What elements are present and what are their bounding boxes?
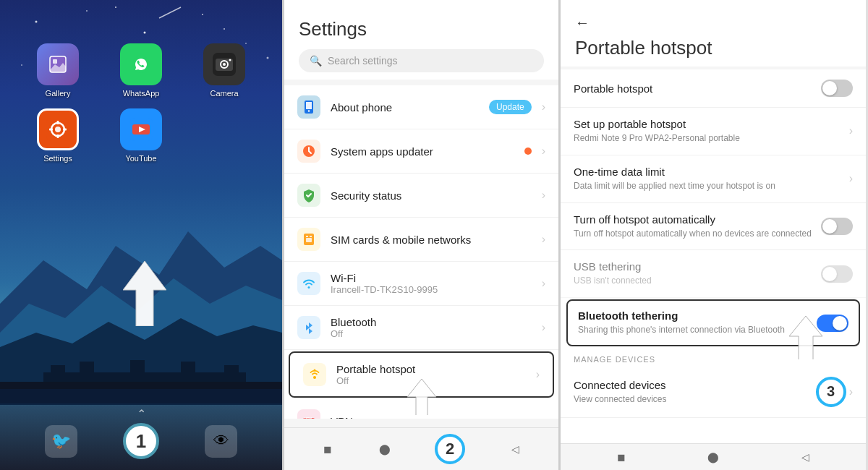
sim-cards-item[interactable]: SIM cards & mobile networks › <box>284 218 558 262</box>
nav-back-btn[interactable]: ◼ <box>320 442 335 456</box>
hotspot-toggle-item[interactable]: Portable hotspot <box>561 69 866 108</box>
search-bar[interactable]: 🔍 Search settings <box>299 49 544 72</box>
dock-icon-2[interactable]: 👁 <box>205 425 237 458</box>
hotspot-screen: ← Portable hotspot Portable hotspot Set … <box>561 0 866 470</box>
data-limit-chevron: › <box>849 172 853 185</box>
usb-tethering-item[interactable]: USB tethering USB isn't connected <box>561 250 866 298</box>
setup-hotspot-chevron: › <box>849 124 853 137</box>
svg-point-6 <box>115 7 116 8</box>
step2-badge: 2 <box>435 434 465 464</box>
svg-rect-37 <box>49 129 53 131</box>
nav-home-btn[interactable]: ⬤ <box>378 442 392 456</box>
search-icon: 🔍 <box>310 55 322 67</box>
svg-point-30 <box>223 63 226 66</box>
search-placeholder-text: Search settings <box>328 55 398 67</box>
settings-header: Settings 🔍 Search settings <box>284 0 558 80</box>
settings-list: About phone Update › System apps updater… <box>284 85 558 419</box>
bluetooth-content: Bluetooth Off <box>331 316 532 339</box>
svg-point-31 <box>229 59 231 61</box>
about-phone-item[interactable]: About phone Update › <box>284 85 558 129</box>
svg-point-7 <box>224 28 225 30</box>
bluetooth-tethering-subtitle: Sharing this phone's internet connection… <box>578 324 809 336</box>
auto-turnoff-item[interactable]: Turn off hotspot automatically Turn off … <box>561 203 866 251</box>
update-badge: Update <box>489 100 532 114</box>
bluetooth-tethering-label: Bluetooth tethering <box>578 309 809 322</box>
about-phone-content: About phone <box>331 101 479 114</box>
step3-badge: 3 <box>816 377 846 407</box>
settings-bottom-nav: ◼ ⬤ 2 ◁ <box>284 427 558 470</box>
auto-turnoff-knob <box>822 219 837 234</box>
setup-hotspot-item[interactable]: Set up portable hotspot Redmi Note 9 Pro… <box>561 108 866 155</box>
camera-app-icon[interactable]: Camera <box>188 43 260 98</box>
auto-turnoff-toggle[interactable] <box>821 218 853 235</box>
back-arrow-btn[interactable]: ← <box>575 14 851 31</box>
system-apps-chevron: › <box>542 145 545 158</box>
nav-recent-btn[interactable]: ◁ <box>508 442 522 456</box>
usb-tethering-subtitle: USB isn't connected <box>574 275 814 287</box>
svg-point-3 <box>202 14 203 15</box>
youtube-app-label: YouTube <box>125 154 156 163</box>
hotspot-settings-icon <box>303 363 326 386</box>
system-apps-icon <box>297 140 320 163</box>
gallery-app-icon[interactable]: Gallery <box>22 43 94 98</box>
orange-notification-dot <box>524 148 532 155</box>
system-apps-item[interactable]: System apps updater › <box>284 129 558 174</box>
wifi-icon <box>297 272 320 295</box>
data-limit-item[interactable]: One-time data limit Data limit will be a… <box>561 155 866 203</box>
svg-line-10 <box>159 7 181 18</box>
svg-marker-60 <box>407 379 436 415</box>
svg-rect-36 <box>57 134 59 138</box>
about-phone-chevron: › <box>542 101 545 114</box>
wifi-item[interactable]: Wi-Fi Irancell-TD-TK2S10-9995 › <box>284 262 558 306</box>
whatsapp-app-icon[interactable]: WhatsApp <box>105 43 177 98</box>
svg-point-0 <box>35 21 38 23</box>
svg-marker-61 <box>789 316 822 359</box>
settings-title: Settings <box>299 18 544 40</box>
step3-area: Connected devices View connected devices… <box>561 367 866 418</box>
step3-number: 3 <box>827 383 835 400</box>
bluetooth-icon <box>297 316 320 339</box>
usb-tethering-toggle[interactable] <box>821 265 853 283</box>
svg-marker-42 <box>123 261 166 326</box>
hotspot-bottom-nav: ◼ ⬤ ◁ <box>561 443 866 470</box>
sim-content: SIM cards & mobile networks <box>331 234 532 246</box>
youtube-app-icon[interactable]: YouTube <box>105 108 177 163</box>
system-apps-content: System apps updater <box>331 145 514 158</box>
whatsapp-app-label: WhatsApp <box>123 89 160 98</box>
security-status-item[interactable]: Security status › <box>284 174 558 218</box>
usb-tethering-label: USB tethering <box>574 260 814 273</box>
hotspot-nav-back[interactable]: ◼ <box>614 450 629 464</box>
sim-label: SIM cards & mobile networks <box>331 234 532 246</box>
svg-point-2 <box>144 32 146 34</box>
hotspot-nav-recent[interactable]: ◁ <box>798 450 812 464</box>
app-grid: Gallery WhatsApp Camera Settings YouTube <box>22 43 260 163</box>
svg-rect-24 <box>53 59 57 64</box>
step3-arrow <box>786 316 826 359</box>
svg-rect-44 <box>306 102 312 109</box>
security-icon <box>297 184 320 207</box>
settings-app-icon[interactable]: Settings <box>22 108 94 163</box>
usb-tethering-knob <box>822 267 837 281</box>
hotspot-nav-home[interactable]: ⬤ <box>706 450 720 464</box>
portable-hotspot-toggle[interactable] <box>821 80 853 97</box>
svg-point-33 <box>55 127 61 132</box>
data-limit-label: One-time data limit <box>574 166 842 178</box>
hotspot-screen-title: Portable hotspot <box>575 37 851 59</box>
phone-home-screen: Gallery WhatsApp Camera Settings YouTube <box>0 0 282 470</box>
about-phone-label: About phone <box>331 101 479 114</box>
connected-devices-item[interactable]: Connected devices View connected devices… <box>561 367 866 418</box>
bluetooth-chevron: › <box>542 321 545 334</box>
gallery-app-label: Gallery <box>46 89 71 98</box>
step1-nav-area: 🐦 1 👁 <box>0 423 282 459</box>
sim-chevron: › <box>542 233 545 246</box>
svg-point-51 <box>314 369 316 372</box>
wifi-content: Wi-Fi Irancell-TD-TK2S10-9995 <box>331 272 532 295</box>
auto-turnoff-subtitle: Turn off hotspot automatically when no d… <box>574 228 814 240</box>
nav-up-indicator: ⌃ <box>137 407 146 421</box>
dock-icon-1[interactable]: 🐦 <box>45 425 77 458</box>
security-status-label: Security status <box>331 189 532 202</box>
step2-arrow <box>400 379 443 415</box>
bluetooth-item[interactable]: Bluetooth Off › <box>284 306 558 350</box>
hotspot-toggle-label: Portable hotspot <box>574 82 814 95</box>
svg-point-1 <box>86 10 88 12</box>
